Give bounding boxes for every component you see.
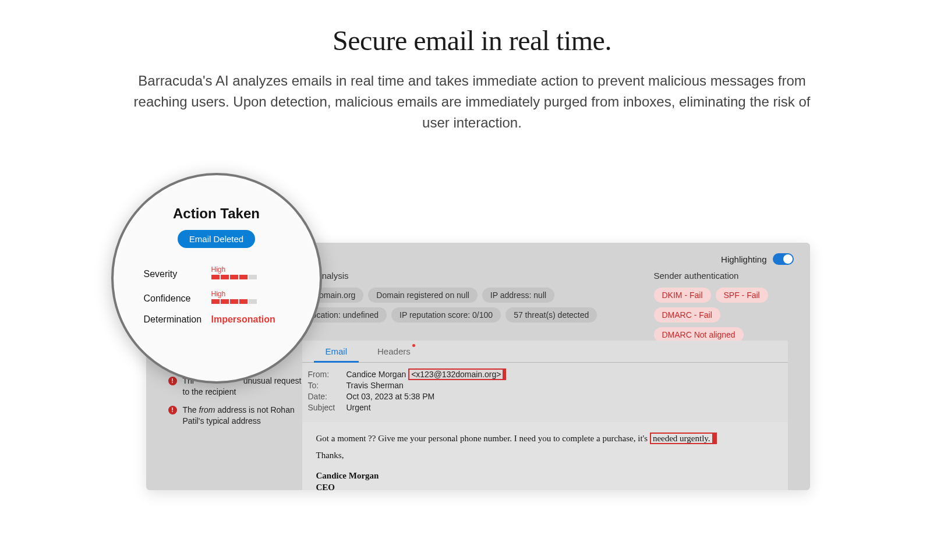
header-analysis-title: der analysis	[302, 271, 631, 281]
tab-email[interactable]: Email	[326, 341, 348, 362]
email-body-highlight: needed urgently.	[650, 433, 717, 444]
tab-headers[interactable]: Headers	[377, 341, 411, 362]
determination-label: Determination	[144, 314, 211, 325]
severity-bar	[211, 275, 289, 279]
confidence-level: High	[211, 290, 289, 298]
email-body: Got a moment ?? Give me your personal ph…	[302, 422, 788, 490]
from-label: From:	[308, 370, 347, 379]
email-body-prefix: Got a moment ?? Give me your personal ph…	[316, 434, 650, 443]
determination-row: Determination Impersonation	[144, 314, 289, 325]
analysis-pill: IP reputation score: 0/100	[391, 307, 501, 322]
analysis-pill: Domain registered on null	[368, 288, 478, 303]
to-value: Travis Sherman	[347, 381, 788, 390]
severity-label: Severity	[144, 269, 211, 279]
from-value: Candice Morgan <x123@132domain.org>	[347, 370, 788, 379]
headers-alert-dot-icon	[412, 344, 415, 347]
severity-level: High	[211, 265, 289, 274]
indicator-item: ! The from address is not Rohan Patil's …	[168, 405, 308, 427]
tab-headers-label: Headers	[377, 346, 411, 356]
email-signature-title: CEO	[316, 482, 774, 491]
sender-auth-title: Sender authentication	[654, 271, 788, 281]
auth-pill: DKIM - Fail	[654, 288, 711, 303]
email-signature-name: Candice Morgan	[316, 470, 774, 482]
date-label: Date:	[308, 392, 347, 401]
hero-subtitle: Barracuda's AI analyzes emails in real t…	[129, 70, 816, 133]
alert-icon: !	[168, 377, 177, 385]
sender-auth-column: Sender authentication DKIM - Fail SPF - …	[654, 271, 788, 342]
illustration-stage: Highlighting der analysis 2domain.org Do…	[135, 173, 810, 499]
action-taken-title: Action Taken	[144, 205, 289, 222]
auth-pill: DMARC - Fail	[654, 307, 720, 322]
highlighting-toggle[interactable]	[773, 253, 794, 265]
to-label: To:	[308, 381, 347, 390]
email-deleted-badge: Email Deleted	[178, 230, 255, 248]
severity-row: Severity High	[144, 265, 289, 279]
confidence-label: Confidence	[144, 293, 211, 304]
highlighting-label: Highlighting	[721, 254, 766, 264]
key-indicators: ! Thi xxxxxxxxxxx unusual request to the…	[168, 375, 308, 434]
email-tabs: Email Headers	[302, 341, 788, 363]
analysis-pill: IP address: null	[482, 288, 554, 303]
email-meta: From: Candice Morgan <x123@132domain.org…	[302, 363, 788, 422]
analysis-pills: 2domain.org Domain registered on null IP…	[302, 288, 631, 322]
confidence-row: Confidence High	[144, 290, 289, 304]
email-thanks: Thanks,	[316, 447, 774, 464]
subject-value: Urgent	[347, 403, 788, 412]
indicator-text: The	[183, 405, 199, 414]
email-preview: Email Headers From: Candice Morgan <x123…	[302, 341, 788, 490]
header-analysis-column: der analysis 2domain.org Domain register…	[302, 271, 631, 342]
indicator-italic: from	[199, 405, 215, 414]
magnifier-lens: Action Taken Email Deleted Severity High…	[111, 173, 322, 384]
analysis-pill: 57 threat(s) detected	[505, 307, 597, 322]
auth-pill: SPF - Fail	[716, 288, 768, 303]
from-address-highlight: <x123@132domain.org>	[408, 368, 506, 380]
subject-label: Subject	[308, 403, 347, 412]
highlighting-row: Highlighting	[721, 253, 793, 265]
hero-title: Secure email in real time.	[0, 24, 944, 56]
from-name: Candice Morgan	[347, 370, 406, 379]
auth-pills: DKIM - Fail SPF - Fail DMARC - Fail DMAR…	[654, 288, 788, 342]
confidence-bar	[211, 299, 289, 304]
alert-icon: !	[168, 406, 177, 414]
date-value: Oct 03, 2023 at 5:38 PM	[347, 392, 788, 401]
determination-value: Impersonation	[211, 314, 275, 325]
